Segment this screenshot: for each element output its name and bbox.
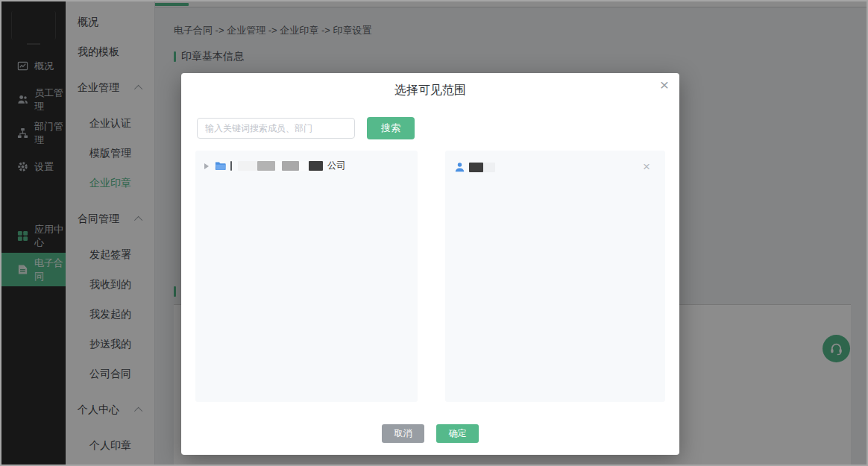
dialog-title: 选择可见范围 [181, 73, 679, 98]
folder-icon [214, 160, 227, 171]
redacted-text [483, 163, 495, 172]
redacted-text [232, 161, 238, 171]
org-tree-panel: 公司 [195, 151, 418, 402]
select-visible-range-dialog: 选择可见范围 × 搜索 公司 [181, 73, 679, 455]
org-tree-root-row[interactable]: 公司 [195, 151, 418, 181]
redacted-text [299, 161, 309, 171]
person-icon [454, 162, 465, 173]
redacted-text [469, 163, 483, 172]
redacted-text [257, 161, 275, 171]
selected-member-row[interactable]: × [445, 151, 665, 183]
confirm-button[interactable]: 确定 [436, 424, 479, 443]
redacted-text [309, 161, 323, 171]
app-window: 概况员工管理部门管理设置应用中心电子合同 概况我的模板企业管理企业认证模版管理企… [0, 0, 868, 466]
redacted-text [238, 161, 257, 171]
cancel-button[interactable]: 取消 [382, 424, 424, 443]
search-input[interactable] [197, 118, 355, 139]
dialog-footer: 取消 确定 [181, 424, 679, 443]
remove-member-icon[interactable]: × [643, 160, 656, 174]
org-redaction [230, 161, 323, 171]
search-button[interactable]: 搜索 [367, 117, 415, 139]
search-row: 搜索 [197, 117, 415, 139]
tree-expander-icon[interactable] [204, 163, 209, 169]
company-name-suffix: 公司 [327, 160, 346, 172]
selected-redaction [469, 163, 495, 172]
selected-members-panel: × [445, 151, 665, 402]
close-icon[interactable]: × [660, 75, 669, 94]
redacted-text [275, 161, 282, 171]
redacted-text [282, 161, 299, 171]
